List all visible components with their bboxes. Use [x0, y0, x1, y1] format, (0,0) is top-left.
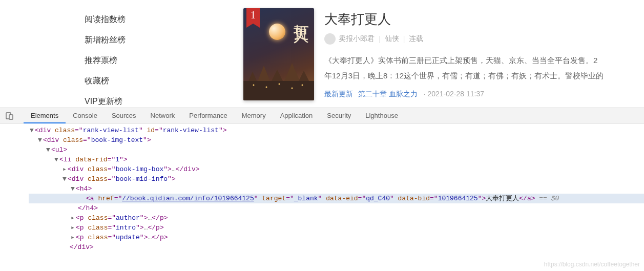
sidebar-item-vip-update[interactable]: VIP更新榜: [85, 91, 243, 108]
dom-node[interactable]: </div>: [29, 242, 644, 252]
status: 连载: [409, 34, 423, 44]
device-toggle-icon[interactable]: [5, 111, 14, 120]
devtools: Elements Console Sources Network Perform…: [0, 108, 644, 271]
tab-performance[interactable]: Performance: [182, 108, 234, 123]
dom-node[interactable]: </h4>: [29, 203, 644, 213]
book-title[interactable]: 大奉打更人: [324, 10, 604, 28]
sidebar-item-collect[interactable]: 收藏榜: [85, 71, 243, 91]
dom-tree[interactable]: ▼<div class="rank-view-list" id="rank-vi…: [0, 123, 644, 254]
svg-marker-2: [258, 66, 270, 81]
intro: 《大奉打更人》实体书前三册已正式上架预售，天猫、京东、当当全平台发售。2 年12…: [324, 53, 604, 84]
tab-application[interactable]: Application: [273, 108, 320, 123]
cover-city-icon: [243, 45, 314, 100]
rank-sidebar: 阅读指数榜 新增粉丝榜 推荐票榜 收藏榜 VIP更新榜: [85, 0, 243, 108]
chapter-link[interactable]: 第二十章 血脉之力: [358, 90, 418, 98]
update-label: 最新更新: [324, 90, 353, 98]
dom-node[interactable]: ▼<h4>: [29, 184, 644, 194]
cover-calligraphy: 打更人: [294, 12, 309, 18]
author-line: 卖报小郎君 | 仙侠 | 连载: [324, 33, 604, 45]
tab-network[interactable]: Network: [143, 108, 182, 123]
book-info: 大奉打更人 卖报小郎君 | 仙侠 | 连载 《大奉打更人》实体书前三册已正式上架…: [324, 8, 604, 108]
rank-badge: 1: [246, 8, 260, 24]
dom-node[interactable]: ▸<p class="update">…</p>: [29, 233, 644, 242]
author-name[interactable]: 卖报小郎君: [339, 34, 375, 44]
svg-point-9: [292, 88, 293, 89]
svg-marker-5: [299, 71, 309, 81]
book-card: 打更人 1 大奉打更人 卖报小郎君 | 仙侠 | 连载 《大奉打更人》实体书前三…: [243, 0, 604, 108]
dom-node[interactable]: ▸<div class="book-img-box">…</div>: [29, 164, 644, 174]
dom-node[interactable]: ▼<div class="rank-view-list" id="rank-vi…: [29, 126, 644, 135]
tab-sources[interactable]: Sources: [105, 108, 143, 123]
svg-point-6: [253, 85, 255, 86]
svg-point-10: [302, 85, 303, 86]
book-cover[interactable]: 打更人 1: [243, 8, 314, 100]
devtools-tabs: Elements Console Sources Network Perform…: [0, 108, 644, 123]
sidebar-item-new-fans[interactable]: 新增粉丝榜: [85, 30, 243, 50]
tab-lighthouse[interactable]: Lighthouse: [358, 108, 405, 123]
dom-node[interactable]: ▸<p class="author">…</p>: [29, 213, 644, 223]
dom-node[interactable]: ▸<p class="intro">…</p>: [29, 223, 644, 233]
tab-memory[interactable]: Memory: [235, 108, 273, 123]
dom-node[interactable]: ▼<div class="book-mid-info">: [29, 174, 644, 184]
svg-point-7: [266, 87, 267, 88]
tab-security[interactable]: Security: [320, 108, 358, 123]
dom-node[interactable]: ▼<ul>: [29, 145, 644, 155]
update-line: 最新更新 第二十章 血脉之力 · 2021-02-28 11:37: [324, 90, 604, 99]
dom-node[interactable]: ▼<div class="book-img-text">: [29, 135, 644, 145]
dom-node[interactable]: ▼<li data-rid="1">: [29, 155, 644, 164]
svg-marker-1: [248, 72, 257, 81]
watermark: https://blog.csdn.net/coffeetogether: [544, 261, 640, 268]
separator: |: [403, 35, 405, 43]
svg-marker-3: [272, 70, 283, 81]
svg-marker-4: [284, 63, 300, 81]
svg-point-8: [279, 84, 280, 85]
separator: |: [379, 35, 381, 43]
update-time: · 2021-02-28 11:37: [424, 90, 484, 98]
sidebar-item-read-index[interactable]: 阅读指数榜: [85, 9, 243, 30]
category[interactable]: 仙侠: [385, 34, 399, 44]
avatar-icon: [324, 33, 336, 45]
tab-elements[interactable]: Elements: [24, 108, 66, 123]
sidebar-item-recommend[interactable]: 推荐票榜: [85, 50, 243, 71]
tab-console[interactable]: Console: [66, 108, 105, 123]
dom-node-selected[interactable]: <a href="//book.qidian.com/info/10196641…: [29, 194, 644, 203]
svg-rect-12: [9, 115, 13, 119]
